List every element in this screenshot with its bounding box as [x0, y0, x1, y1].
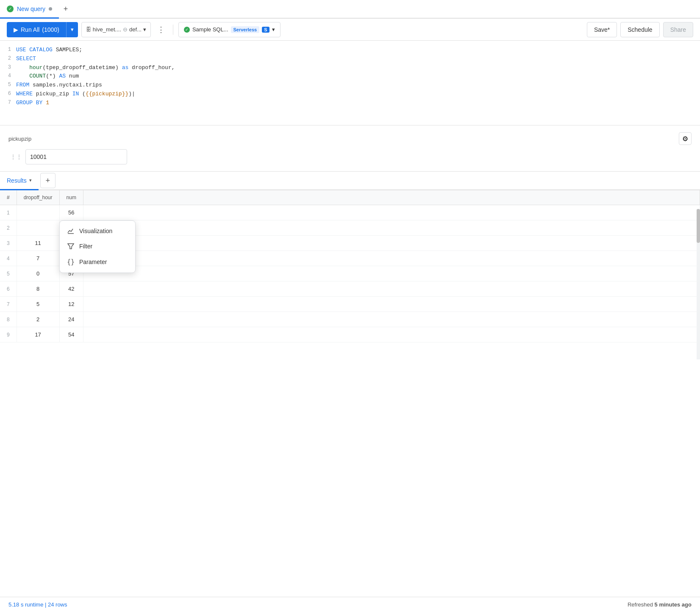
more-icon: ⋮: [157, 25, 165, 34]
dropdown-visualization-label: Visualization: [79, 228, 112, 234]
scroll-track[interactable]: [697, 209, 700, 359]
results-tab[interactable]: Results ▾: [0, 172, 39, 190]
status-bar: 5.18 s runtime | 24 rows Refreshed 5 min…: [0, 597, 700, 612]
cell-num: 56: [59, 205, 83, 220]
cell-dropoff-hour: 5: [17, 297, 59, 312]
code-line-3: 3 hour(tpep_dropoff_datetime) as dropoff…: [0, 64, 700, 72]
col-header-num: num: [59, 190, 83, 205]
dropdown-filter-label: Filter: [79, 243, 92, 250]
filter-icon: [67, 243, 75, 250]
param-value-input[interactable]: [25, 149, 127, 164]
line-number: 5: [3, 81, 16, 89]
connection-status-icon: ✓: [184, 27, 190, 33]
line-number: 1: [3, 46, 16, 54]
tab-add-button[interactable]: +: [59, 2, 72, 16]
kw-where: WHERE: [16, 91, 33, 97]
run-play-icon: ▶: [14, 26, 18, 33]
line-number: 3: [3, 64, 16, 72]
runtime-label: 5.18 s runtime | 24 rows: [8, 601, 67, 608]
cell-dropoff-hour: 0: [17, 266, 59, 281]
run-count-label: (1000): [42, 26, 59, 33]
cell-num: 24: [59, 312, 83, 327]
dropdown-item-visualization[interactable]: Visualization: [60, 223, 135, 239]
table-header: # dropoff_hour num: [0, 190, 700, 205]
code-samples: SAMPLES;: [56, 47, 82, 53]
chart-line-icon: [67, 228, 75, 234]
code-editor[interactable]: 1 USE CATALOG SAMPLES; 2 SELECT 3 hour(t…: [0, 41, 700, 125]
results-tab-add-button[interactable]: +: [40, 173, 56, 188]
run-dropdown-button[interactable]: ▾: [66, 22, 78, 37]
catalog-label: hive_met....: [93, 26, 121, 33]
code-star: (*): [46, 73, 59, 79]
table-row: 9 17 54: [0, 327, 700, 342]
col-header-row-num: #: [0, 190, 17, 205]
code-table: samples.nyctaxi.trips: [29, 82, 102, 88]
row-index: 4: [0, 251, 17, 266]
dropdown-item-filter[interactable]: Filter: [60, 239, 135, 254]
code-where-col: pickup_zip: [33, 91, 72, 97]
kw-use: USE CATALOG: [16, 47, 56, 53]
fn-count: COUNT: [29, 73, 46, 79]
row-index: 8: [0, 312, 17, 327]
table-container: # dropoff_hour num 1 56 2 69 3 11: [0, 190, 700, 359]
table-row: 6 8 42: [0, 281, 700, 297]
cell-dropoff-hour: 17: [17, 327, 59, 342]
tab-unsaved-dot: [49, 7, 52, 11]
table-row: 8 2 24: [0, 312, 700, 327]
serverless-badge: Serverless: [231, 26, 260, 33]
parameter-section: pickupzip ⚙ ⋮⋮: [0, 125, 700, 172]
cell-dropoff-hour: [17, 205, 59, 220]
run-all-label: Run All: [21, 26, 39, 33]
more-options-button[interactable]: ⋮: [154, 23, 168, 36]
scroll-thumb[interactable]: [697, 209, 700, 243]
kw-select: SELECT: [16, 56, 36, 62]
kw-as2: AS: [59, 73, 66, 79]
schema-label: def...: [129, 26, 142, 33]
kw-from: FROM: [16, 82, 29, 88]
code-group-num: 1: [42, 100, 49, 106]
col-header-empty: [83, 190, 700, 205]
run-dropdown-arrow: ▾: [71, 26, 74, 33]
code-args: (tpep_dropoff_datetime): [42, 64, 122, 71]
kw-in: IN: [72, 91, 79, 97]
tab-status-icon: ✓: [7, 6, 14, 12]
param-drag-handle[interactable]: ⋮⋮: [8, 153, 24, 160]
row-index: 1: [0, 205, 17, 220]
code-indent: [16, 64, 29, 71]
fn-hour: hour: [29, 64, 42, 71]
code-paren-open: (: [79, 91, 86, 97]
dropdown-item-parameter[interactable]: {} Parameter: [60, 254, 135, 270]
param-name-label: pickupzip: [8, 136, 31, 142]
schedule-button[interactable]: Schedule: [620, 22, 659, 37]
share-button: Share: [663, 22, 693, 37]
tab-new-query[interactable]: ✓ New query: [0, 0, 59, 19]
save-button[interactable]: Save*: [587, 22, 617, 37]
kw-group: GROUP BY: [16, 100, 42, 106]
kw-as: as: [122, 64, 129, 71]
table-row: 7 5 12: [0, 297, 700, 312]
catalog-selector[interactable]: 🗄 hive_met.... ⊖ def... ▾: [81, 22, 151, 37]
catalog-chevron-icon: ▾: [143, 26, 146, 33]
row-index: 5: [0, 266, 17, 281]
results-tab-bar: Results ▾ +: [0, 172, 700, 190]
line-number: 7: [3, 99, 16, 107]
code-line-6: 6 WHERE pickup_zip IN ({{pickupzip}})|: [0, 90, 700, 99]
connection-badge[interactable]: ✓ Sample SQL... Serverless S ▾: [178, 22, 281, 37]
code-line-5: 5 FROM samples.nyctaxi.trips: [0, 81, 700, 90]
table-row: 1 56: [0, 205, 700, 220]
cell-dropoff-hour: 2: [17, 312, 59, 327]
dropdown-parameter-label: Parameter: [79, 259, 107, 265]
param-header: pickupzip ⚙: [8, 132, 692, 145]
run-button-group: ▶ Run All (1000) ▾: [7, 22, 78, 37]
code-num-alias: num: [66, 73, 79, 79]
svg-marker-1: [68, 244, 74, 249]
col-header-dropoff-hour: dropoff_hour: [17, 190, 59, 205]
refreshed-label: Refreshed 5 minutes ago: [628, 601, 692, 608]
row-index: 2: [0, 220, 17, 236]
code-line-4: 4 COUNT(*) AS num: [0, 72, 700, 81]
run-all-button[interactable]: ▶ Run All (1000): [7, 22, 66, 37]
code-line-2: 2 SELECT: [0, 55, 700, 64]
serverless-short-badge: S: [262, 27, 269, 33]
param-settings-button[interactable]: ⚙: [679, 132, 692, 145]
tab-label: New query: [17, 6, 45, 12]
